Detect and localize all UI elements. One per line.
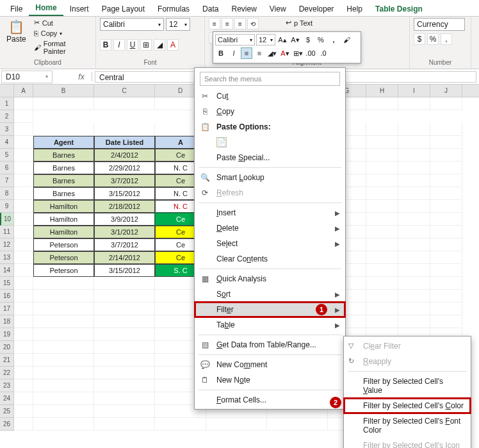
col-header-H[interactable]: H: [366, 85, 398, 97]
cell[interactable]: [430, 315, 462, 328]
cell[interactable]: Peterson: [33, 238, 94, 251]
row-header[interactable]: 19: [0, 328, 13, 341]
cell[interactable]: 2/4/2012: [94, 149, 155, 162]
cell[interactable]: [14, 315, 33, 328]
cell[interactable]: [94, 303, 155, 315]
mini-grow-font[interactable]: A▴: [277, 34, 288, 46]
mini-inc-decimal[interactable]: .0: [318, 47, 329, 59]
cell[interactable]: [430, 251, 462, 264]
ctx-clear-contents[interactable]: Clear Contents: [195, 251, 345, 267]
cell[interactable]: [94, 341, 155, 354]
ctx-search-input[interactable]: Search the menus: [200, 72, 340, 86]
cell[interactable]: [430, 264, 462, 277]
cell[interactable]: [398, 187, 430, 200]
cell[interactable]: [14, 200, 33, 213]
cell[interactable]: [366, 162, 398, 174]
cell[interactable]: [14, 264, 33, 277]
row-header[interactable]: 5: [0, 149, 13, 162]
cell[interactable]: [430, 290, 462, 303]
row-header[interactable]: 1: [0, 97, 13, 110]
italic-button[interactable]: I: [113, 39, 125, 51]
cell[interactable]: [398, 264, 430, 277]
cell[interactable]: [33, 379, 94, 392]
font-size-select[interactable]: 12▾: [166, 18, 190, 31]
mini-fill-color[interactable]: ◢▾: [266, 47, 278, 59]
cell[interactable]: [398, 97, 430, 110]
cell[interactable]: Hamilton: [33, 200, 94, 213]
cell[interactable]: [94, 418, 155, 431]
ctx-paste-special[interactable]: Paste Special...: [195, 150, 345, 165]
cell[interactable]: [366, 213, 398, 226]
col-header-A[interactable]: A: [14, 85, 33, 97]
mini-italic[interactable]: I: [228, 47, 240, 59]
number-format-select[interactable]: Currency: [414, 18, 465, 31]
cell[interactable]: [398, 290, 430, 303]
col-header-C[interactable]: C: [94, 85, 155, 97]
ctx-table[interactable]: Table▶: [195, 317, 345, 333]
cell[interactable]: 3/1/2012: [94, 226, 155, 238]
cell[interactable]: [14, 354, 33, 367]
row-header[interactable]: 11: [0, 226, 13, 238]
cell[interactable]: 3/15/2012: [94, 264, 155, 277]
cell[interactable]: [366, 303, 398, 315]
cell[interactable]: [430, 303, 462, 315]
cell[interactable]: [398, 213, 430, 226]
cell[interactable]: [14, 328, 33, 341]
row-header[interactable]: 14: [0, 264, 13, 277]
cell[interactable]: Hamilton: [33, 213, 94, 226]
cell[interactable]: [430, 97, 462, 110]
cell[interactable]: [33, 277, 94, 290]
cell[interactable]: 3/7/2012: [94, 174, 155, 187]
ctx-new-note[interactable]: 🗒New Note: [195, 372, 345, 388]
cell[interactable]: [366, 123, 398, 136]
mini-percent[interactable]: %: [315, 34, 327, 46]
cell[interactable]: [94, 379, 155, 392]
mini-align-center[interactable]: ≡: [254, 47, 265, 59]
cell[interactable]: [14, 251, 33, 264]
ctx-delete[interactable]: Delete▶: [195, 220, 345, 236]
orientation-button[interactable]: ⟲: [247, 18, 259, 29]
tab-insert[interactable]: Insert: [63, 2, 95, 16]
cell[interactable]: [14, 149, 33, 162]
cell[interactable]: [366, 238, 398, 251]
tab-view[interactable]: View: [263, 2, 293, 16]
cell[interactable]: [366, 290, 398, 303]
ctx-format-cells[interactable]: Format Cells...: [195, 392, 345, 408]
tab-home[interactable]: Home: [29, 1, 63, 16]
percent-button[interactable]: %: [427, 33, 439, 45]
cell[interactable]: [33, 328, 94, 341]
cell[interactable]: [33, 315, 94, 328]
cell[interactable]: [430, 149, 462, 162]
cell[interactable]: [155, 418, 206, 431]
cell[interactable]: [14, 226, 33, 238]
mini-bold[interactable]: B: [215, 47, 227, 59]
row-header[interactable]: 17: [0, 303, 13, 315]
tab-table-design[interactable]: Table Design: [369, 2, 429, 16]
row-header[interactable]: 9: [0, 200, 13, 213]
cell[interactable]: [398, 123, 430, 136]
ctx-paste-keep-format[interactable]: 📄: [195, 135, 345, 150]
row-header[interactable]: 25: [0, 405, 13, 418]
row-header[interactable]: 6: [0, 162, 13, 174]
row-header[interactable]: 4: [0, 136, 13, 149]
cell[interactable]: [398, 238, 430, 251]
cell[interactable]: [398, 315, 430, 328]
cell[interactable]: [430, 238, 462, 251]
cell[interactable]: [33, 123, 94, 136]
cell[interactable]: [366, 264, 398, 277]
table-header[interactable]: Date Listed: [94, 136, 155, 149]
mini-font-color[interactable]: A▾: [279, 47, 291, 59]
cell[interactable]: Peterson: [33, 251, 94, 264]
cell[interactable]: [366, 200, 398, 213]
cell[interactable]: [430, 123, 462, 136]
cell[interactable]: [366, 136, 398, 149]
cell[interactable]: 2/29/2012: [94, 162, 155, 174]
border-button[interactable]: ⊞: [140, 39, 152, 51]
row-header[interactable]: 8: [0, 187, 13, 200]
cell[interactable]: [94, 123, 155, 136]
align-bottom-button[interactable]: ≡: [234, 18, 246, 29]
cell[interactable]: [14, 405, 33, 418]
cell[interactable]: [398, 200, 430, 213]
underline-button[interactable]: U: [127, 39, 138, 51]
cell[interactable]: [14, 162, 33, 174]
